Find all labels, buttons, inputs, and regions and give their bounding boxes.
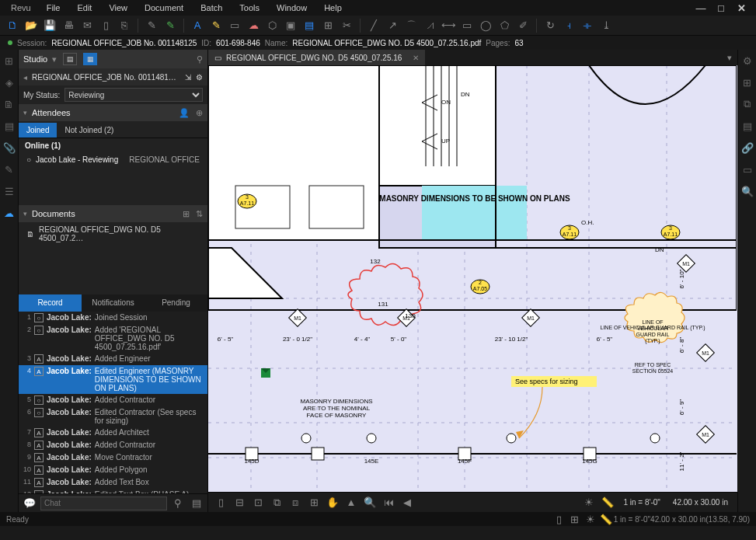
copy-icon[interactable]: ⎘ — [117, 18, 132, 33]
chat-icon[interactable]: 💬 — [22, 496, 37, 511]
rail-links-icon[interactable]: 🔗 — [740, 140, 755, 155]
line-icon[interactable]: ╱ — [366, 18, 381, 33]
zoom-icon[interactable]: 🔍 — [362, 495, 378, 510]
view-list-button[interactable]: ▤ — [63, 53, 77, 65]
rail-measure-icon[interactable]: ▤ — [740, 118, 755, 134]
rotate-icon[interactable]: ↻ — [542, 18, 558, 33]
view-grid-button[interactable]: ▦ — [83, 53, 97, 65]
rail-search-icon[interactable]: 🔍 — [740, 183, 755, 199]
document-row[interactable]: 🗎 REGIONAL OFFICE_DWG NO. D5 4500_07.2… — [19, 222, 207, 246]
continuous-icon[interactable]: ⊟ — [232, 495, 247, 510]
pen-icon[interactable]: ✎ — [162, 18, 178, 33]
two-page-icon[interactable]: ⊡ — [250, 495, 266, 510]
first-page-icon[interactable]: ⏮ — [381, 495, 396, 510]
record-tab[interactable]: Record — [19, 294, 82, 312]
close-button[interactable]: ✕ — [731, 0, 751, 16]
prev-page-icon[interactable]: ◀ — [399, 495, 415, 510]
joined-tab[interactable]: Joined — [19, 123, 57, 138]
menu-tools[interactable]: Tools — [232, 3, 267, 12]
overlay-icon[interactable]: ⧈ — [287, 495, 303, 510]
pan-icon[interactable]: ✋ — [325, 495, 340, 510]
group-icon[interactable]: ⊞ — [320, 18, 336, 33]
notifications-tab[interactable]: Notifications — [82, 294, 145, 312]
chat-input[interactable] — [40, 496, 167, 510]
rail-bookmark-icon[interactable]: ◈ — [2, 75, 17, 90]
record-row[interactable]: 3AJacob Lake:Added Engineer — [19, 353, 207, 365]
rail-sets-icon[interactable]: ▭ — [740, 162, 755, 177]
record-row[interactable]: 10AJacob Lake:Added Polygon — [19, 464, 207, 476]
rail-layers-icon[interactable]: ☰ — [2, 183, 17, 199]
record-list[interactable]: 1○Jacob Lake:Joined Session2○Jacob Lake:… — [19, 312, 207, 493]
snap-icon[interactable]: ⟛ — [580, 18, 595, 33]
record-row[interactable]: 8AJacob Lake:Added Contractor — [19, 439, 207, 451]
menu-batch[interactable]: Batch — [193, 3, 230, 12]
minimize-button[interactable]: — — [691, 0, 711, 16]
save-icon[interactable]: 💾 — [42, 18, 57, 33]
add-user-icon[interactable]: ⊕ — [196, 108, 203, 118]
select-icon[interactable]: ▲ — [343, 495, 359, 510]
drawing-canvas[interactable]: UP DN ON MASONRY DIMENSIONS TO BE SHOWN … — [208, 65, 737, 492]
cloud-icon[interactable]: ☁ — [246, 18, 261, 33]
open-icon[interactable]: 📂 — [23, 18, 39, 33]
arc-icon[interactable]: ⌒ — [403, 18, 419, 33]
record-row[interactable]: 9AJacob Lake:Move Contractor — [19, 451, 207, 464]
rectangle-icon[interactable]: ▭ — [459, 18, 475, 33]
print-icon[interactable]: 🖶 — [61, 18, 76, 33]
document-tab[interactable]: ▭ REGIONAL OFFICE_DWG NO. D5 4500_07.25.… — [208, 50, 425, 65]
rail-toolsets-icon[interactable]: ⧉ — [740, 96, 755, 112]
single-page-icon[interactable]: ▯ — [213, 495, 228, 510]
attendees-section[interactable]: ▾ Attendees 👤⊕ — [19, 104, 207, 121]
note-icon[interactable]: ✎ — [144, 18, 159, 33]
brightness-icon[interactable]: ☀ — [581, 495, 597, 510]
sort-icon[interactable]: ⇅ — [196, 209, 203, 219]
attendee-row[interactable]: ○ Jacob Lake - Reviewing REGIONAL OFFICE — [19, 153, 207, 166]
image-icon[interactable]: ▣ — [283, 18, 298, 33]
flag-icon[interactable]: ▤ — [301, 18, 317, 33]
rail-form-icon[interactable]: ▤ — [2, 118, 17, 134]
record-row[interactable]: 2○Jacob Lake:Added 'REGIONAL OFFICE_DWG … — [19, 324, 207, 353]
text-icon[interactable]: A — [190, 18, 205, 33]
rail-signature-icon[interactable]: ✎ — [2, 162, 17, 177]
record-row[interactable]: 5○Jacob Lake:Added Contractor — [19, 394, 207, 406]
pending-tab[interactable]: Pending — [145, 294, 207, 312]
highlight-icon[interactable]: ✎ — [208, 18, 224, 33]
close-tab-icon[interactable]: ✕ — [413, 54, 419, 62]
measure-icon[interactable]: 📏 — [600, 495, 615, 510]
rail-clip-icon[interactable]: 📎 — [2, 140, 17, 155]
menu-document[interactable]: Document — [137, 3, 191, 12]
export-icon[interactable]: ⇲ — [185, 73, 191, 82]
compare-icon[interactable]: ⧉ — [269, 495, 284, 510]
report-icon[interactable]: ▤ — [189, 496, 204, 511]
my-status-select[interactable]: Reviewing — [64, 88, 203, 102]
download-icon[interactable]: ⤓ — [598, 18, 614, 33]
record-row[interactable]: 4AJacob Lake:Edited Engineer (MASONRY DI… — [19, 365, 207, 394]
rail-studio-icon[interactable]: ☁ — [2, 205, 17, 221]
record-row[interactable]: 6○Jacob Lake:Edited Contractor (See spec… — [19, 406, 207, 427]
align-icon[interactable]: ⫞ — [561, 18, 577, 33]
rail-properties-icon[interactable]: ⚙ — [740, 53, 755, 68]
record-row[interactable]: 11AJacob Lake:Added Text Box — [19, 476, 207, 489]
menu-file[interactable]: File — [39, 3, 68, 12]
arrow-icon[interactable]: ↗ — [385, 18, 400, 33]
polyline-icon[interactable]: ⩘ — [422, 18, 437, 33]
maximize-button[interactable]: □ — [711, 0, 731, 16]
new-doc-icon[interactable]: 🗋 — [5, 18, 20, 33]
foot-brightness-icon[interactable]: ☀ — [583, 511, 598, 527]
polygon-icon[interactable]: ⬠ — [496, 18, 512, 33]
add-doc-icon[interactable]: ⊞ — [183, 209, 190, 219]
tab-dropdown-icon[interactable]: ▾ — [722, 53, 737, 63]
rail-file-icon[interactable]: 🗎 — [2, 96, 17, 112]
menu-help[interactable]: Help — [316, 3, 350, 12]
stamp-icon[interactable]: ⬡ — [264, 18, 280, 33]
back-icon[interactable]: ◂ — [23, 73, 27, 82]
callout-icon[interactable]: ▭ — [227, 18, 242, 33]
foot-grid-icon[interactable]: ⊞ — [567, 511, 583, 527]
settings-icon[interactable]: ⚙ — [196, 73, 203, 82]
menu-view[interactable]: View — [101, 3, 135, 12]
foot-page-icon[interactable]: ▯ — [552, 511, 567, 527]
rail-thumbnails-icon[interactable]: ⊞ — [2, 53, 17, 68]
dimension-icon[interactable]: ⟷ — [441, 18, 456, 33]
split-icon[interactable]: ⊞ — [306, 495, 322, 510]
sketch-icon[interactable]: ✐ — [515, 18, 531, 33]
cut-icon[interactable]: ✂ — [339, 18, 354, 33]
